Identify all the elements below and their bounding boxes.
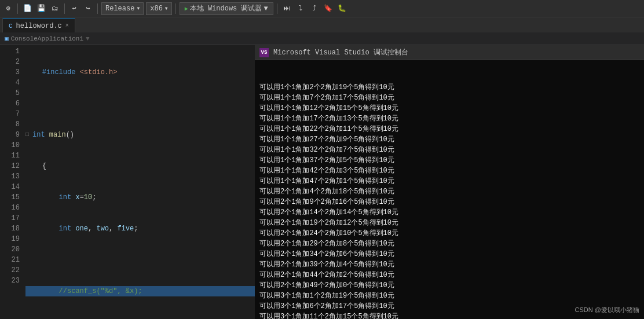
watermark: CSDN @爱以哦小猪猫 <box>575 306 639 314</box>
code-line-3: □int main() <box>25 130 255 140</box>
code-line-1: #include <stdio.h> <box>25 67 255 78</box>
console-title: Microsoft Visual Studio 调试控制台 <box>273 47 408 58</box>
console-line: 可以用1个1角加47个2角加1个5角得到10元 <box>259 176 639 186</box>
code-content[interactable]: #include <stdio.h> □int main() { int x=1… <box>23 45 255 319</box>
console-output: 可以用1个1角加2个2角加19个5角得到10元可以用1个1角加7个2角加17个5… <box>255 60 644 319</box>
project-icon: ▣ <box>5 35 9 42</box>
console-line: 可以用1个1角加27个2角加9个5角得到10元 <box>259 134 639 145</box>
config-dropdown[interactable]: Release ▼ <box>101 2 144 15</box>
main-area: 1 2 3 4 5 6 7 8 9 10 11 12 13 14 15 16 1… <box>0 45 644 319</box>
run-arrow-icon: ▼ <box>264 5 268 13</box>
console-line: 可以用1个1角加7个2角加17个5角得到10元 <box>259 93 639 103</box>
step-out-icon[interactable]: ⤴ <box>309 3 320 14</box>
console-line: 可以用1个1角加42个2角加3个5角得到10元 <box>259 166 639 176</box>
separator-5 <box>277 3 277 14</box>
redo-icon[interactable]: ↪ <box>82 3 94 14</box>
platform-arrow-icon: ▼ <box>165 6 168 11</box>
console-titlebar: VS Microsoft Visual Studio 调试控制台 <box>255 45 644 60</box>
console-line: 可以用2个1角加19个2角加12个5角得到10元 <box>259 218 639 228</box>
debug-icon[interactable]: 🐛 <box>336 3 348 14</box>
play-icon: ▶ <box>185 5 188 12</box>
console-line: 可以用1个1角加2个2角加19个5角得到10元 <box>259 82 639 93</box>
console-line: 可以用1个1角加17个2角加13个5角得到10元 <box>259 113 639 124</box>
line-numbers: 1 2 3 4 5 6 7 8 9 10 11 12 13 14 15 16 1… <box>0 45 23 319</box>
tab-helloword[interactable]: C helloword.c × <box>2 19 75 32</box>
console-line: 可以用2个1角加49个2角加0个5角得到10元 <box>259 280 639 291</box>
console-line: 可以用2个1角加39个2角加4个5角得到10元 <box>259 259 639 270</box>
code-editor: 1 2 3 4 5 6 7 8 9 10 11 12 13 14 15 16 1… <box>0 45 255 319</box>
run-button[interactable]: ▶ 本地 Windows 调试器 ▼ <box>180 2 273 15</box>
console-line: 可以用2个1角加9个2角加16个5角得到10元 <box>259 197 639 207</box>
file-icon: C <box>9 23 13 30</box>
code-line-4: { <box>25 161 255 171</box>
save-all-icon[interactable]: 🗂 <box>49 3 61 14</box>
tab-close-button[interactable]: × <box>65 23 69 29</box>
separator-1 <box>17 3 18 14</box>
vs-home-icon[interactable]: ⚙ <box>2 3 14 14</box>
undo-icon[interactable]: ↩ <box>68 3 80 14</box>
tabs-bar: C helloword.c × <box>0 17 644 32</box>
console-line: 可以用1个1角加12个2角加15个5角得到10元 <box>259 103 639 113</box>
separator-2 <box>64 3 65 14</box>
save-icon[interactable]: 💾 <box>35 3 47 14</box>
console-line: 可以用1个1角加32个2角加7个5角得到10元 <box>259 145 639 155</box>
console-line: 可以用2个1角加29个2角加8个5角得到10元 <box>259 239 639 249</box>
separator-4 <box>175 3 176 14</box>
bookmark-icon[interactable]: 🔖 <box>323 3 334 14</box>
code-line-6: int one, two, five; <box>25 223 255 234</box>
console-line: 可以用3个1角加1个2角加19个5角得到10元 <box>259 291 639 301</box>
code-line-8: //scanf_s("%d", &x); <box>25 286 255 296</box>
console-line: 可以用2个1角加24个2角加10个5角得到10元 <box>259 228 639 239</box>
code-line-7 <box>25 255 255 265</box>
breadcrumb-bar: ▣ ConsoleApplication1 ▼ <box>0 32 644 45</box>
step-in-icon[interactable]: ⤵ <box>295 3 306 14</box>
code-line-2 <box>25 98 255 109</box>
console-panel: VS Microsoft Visual Studio 调试控制台 可以用1个1角… <box>255 45 644 319</box>
console-line: 可以用1个1角加22个2角加11个5角得到10元 <box>259 124 639 134</box>
toolbar: ⚙ 📄 💾 🗂 ↩ ↪ Release ▼ x86 ▼ ▶ 本地 Windows… <box>0 0 644 17</box>
new-file-icon[interactable]: 📄 <box>21 3 33 14</box>
console-line: 可以用2个1角加34个2角加6个5角得到10元 <box>259 249 639 259</box>
step-over-icon[interactable]: ⏭ <box>281 3 292 14</box>
fold-icon-3[interactable]: □ <box>25 130 31 140</box>
breadcrumb: ConsoleApplication1 <box>11 35 83 42</box>
tab-label: helloword.c <box>16 22 62 30</box>
console-line: 可以用2个1角加4个2角加18个5角得到10元 <box>259 186 639 197</box>
console-line: 可以用1个1角加37个2角加5个5角得到10元 <box>259 155 639 166</box>
config-arrow-icon: ▼ <box>137 6 140 11</box>
vs-logo-icon: VS <box>259 48 269 57</box>
platform-dropdown[interactable]: x86 ▼ <box>146 2 171 15</box>
breadcrumb-arrow: ▼ <box>86 35 90 42</box>
code-line-5: int x=10; <box>25 192 255 203</box>
console-line: 可以用2个1角加44个2角加2个5角得到10元 <box>259 270 639 280</box>
console-line: 可以用2个1角加14个2角加14个5角得到10元 <box>259 207 639 218</box>
separator-3 <box>97 3 98 14</box>
